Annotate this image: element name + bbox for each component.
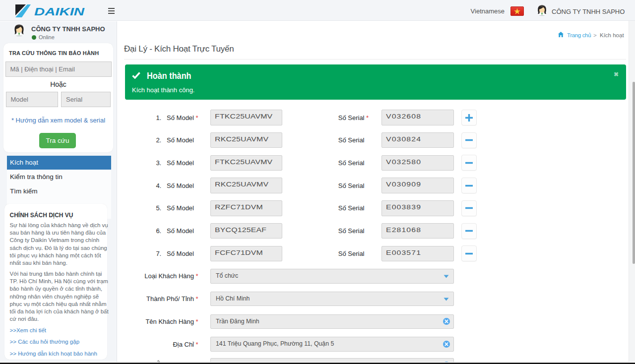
svg-text:DAIKIN: DAIKIN [34,5,85,18]
